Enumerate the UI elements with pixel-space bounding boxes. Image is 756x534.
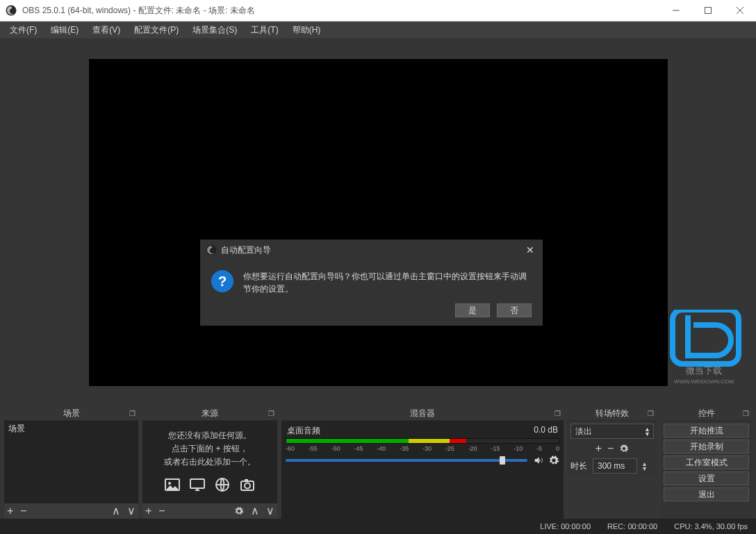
transition-select[interactable]: 淡出 ▴▾ xyxy=(570,424,654,439)
svg-point-7 xyxy=(168,482,171,485)
transitions-dock: 转场特效❐ 淡出 ▴▾ + − 时长 300 ms ▴▾ xyxy=(568,407,657,519)
mixer-dock: 混音器❐ 桌面音频 0.0 dB -60-55-50-45-40-35-30-2… xyxy=(281,407,564,519)
transitions-title: 转场特效 xyxy=(595,408,629,419)
dialog-close-button[interactable]: ✕ xyxy=(523,244,537,256)
dialog-titlebar[interactable]: 自动配置向导 ✕ xyxy=(200,240,543,260)
mixer-gear-icon[interactable] xyxy=(548,455,559,466)
mixer-channel-level: 0.0 dB xyxy=(534,425,558,437)
studio-mode-button[interactable]: 工作室模式 xyxy=(664,456,749,469)
start-stream-button[interactable]: 开始推流 xyxy=(664,424,749,437)
exit-button[interactable]: 退出 xyxy=(664,487,749,501)
menu-scene-collection[interactable]: 场景集合(S) xyxy=(186,22,244,38)
transitions-popout-icon[interactable]: ❐ xyxy=(648,410,654,417)
app-window: 文件(F) 编辑(E) 查看(V) 配置文件(P) 场景集合(S) 工具(T) … xyxy=(0,22,756,534)
scenes-add-button[interactable]: + xyxy=(7,506,13,517)
menu-help[interactable]: 帮助(H) xyxy=(286,22,328,38)
preview-canvas[interactable] xyxy=(89,59,668,386)
auto-config-dialog: 自动配置向导 ✕ ? 你想要运行自动配置向导吗？你也可以通过单击主窗口中的设置按… xyxy=(200,240,543,326)
preview-container: 自动配置向导 ✕ ? 你想要运行自动配置向导吗？你也可以通过单击主窗口中的设置按… xyxy=(0,38,756,407)
transition-gear-icon[interactable] xyxy=(619,444,629,453)
scenes-dock: 场景❐ 场景 + − ∧ ∨ xyxy=(4,407,138,519)
scenes-up-button[interactable]: ∧ xyxy=(112,506,120,517)
question-icon: ? xyxy=(211,270,233,292)
controls-dock: 控件❐ 开始推流 开始录制 工作室模式 设置 退出 xyxy=(661,407,752,519)
menu-tools[interactable]: 工具(T) xyxy=(244,22,285,38)
mixer-volume-slider[interactable] xyxy=(286,459,527,462)
scenes-toolbar: + − ∧ ∨ xyxy=(4,503,138,519)
dialog-title: 自动配置向导 xyxy=(221,244,519,256)
globe-icon xyxy=(213,476,231,493)
controls-title: 控件 xyxy=(698,408,715,419)
menubar: 文件(F) 编辑(E) 查看(V) 配置文件(P) 场景集合(S) 工具(T) … xyxy=(0,22,756,38)
chevron-up-down-icon[interactable]: ▴▾ xyxy=(643,461,646,471)
mixer-channel: 桌面音频 0.0 dB -60-55-50-45-40-35-30-25-20-… xyxy=(281,421,564,466)
obs-icon xyxy=(206,244,217,256)
dialog-no-button[interactable]: 否 xyxy=(497,303,532,317)
settings-button[interactable]: 设置 xyxy=(664,472,749,485)
camera-icon xyxy=(238,476,256,493)
svg-text:WWW.WEIDOWN.COM: WWW.WEIDOWN.COM xyxy=(674,378,734,385)
dialog-message: 你想要运行自动配置向导吗？你也可以通过单击主窗口中的设置按钮来手动调节你的设置。 xyxy=(243,270,532,295)
sources-gear-icon[interactable] xyxy=(234,506,244,516)
image-icon xyxy=(163,476,181,493)
mixer-title: 混音器 xyxy=(410,408,435,419)
maximize-button[interactable] xyxy=(692,0,724,22)
svg-rect-3 xyxy=(673,310,739,364)
scenes-remove-button[interactable]: − xyxy=(20,506,26,517)
chevron-up-down-icon: ▴▾ xyxy=(646,426,649,436)
window-title: OBS 25.0.1 (64-bit, windows) - 配置文件: 未命名… xyxy=(22,5,660,17)
titlebar: OBS 25.0.1 (64-bit, windows) - 配置文件: 未命名… xyxy=(0,0,756,22)
start-record-button[interactable]: 开始录制 xyxy=(664,440,749,453)
dialog-yes-button[interactable]: 是 xyxy=(455,303,490,317)
scenes-title: 场景 xyxy=(63,408,80,419)
menu-profile[interactable]: 配置文件(P) xyxy=(127,22,186,38)
scenes-popout-icon[interactable]: ❐ xyxy=(129,410,135,417)
mixer-channel-name: 桌面音频 xyxy=(287,425,320,437)
close-button[interactable] xyxy=(724,0,756,22)
sources-down-button[interactable]: ∨ xyxy=(266,506,274,517)
sources-empty-hint: 您还没有添加任何源。 点击下面的 + 按钮， 或者右击此处添加一个。 xyxy=(142,421,277,472)
scene-item[interactable]: 场景 xyxy=(4,421,138,437)
svg-text:微当下载: 微当下载 xyxy=(686,365,722,376)
duration-spinbox[interactable]: 300 ms xyxy=(593,458,637,474)
sources-up-button[interactable]: ∧ xyxy=(251,506,259,517)
status-cpu: CPU: 3.4%, 30.00 fps xyxy=(674,522,748,531)
sources-title: 来源 xyxy=(202,408,218,419)
status-bar: LIVE: 00:00:00 REC: 00:00:00 CPU: 3.4%, … xyxy=(0,519,756,534)
app-icon xyxy=(6,5,17,16)
speaker-icon[interactable] xyxy=(533,455,544,466)
mixer-ticks: -60-55-50-45-40-35-30-25-20-15-10-50 xyxy=(286,445,559,452)
duration-label: 时长 xyxy=(570,460,587,472)
sources-dock: 来源❐ 您还没有添加任何源。 点击下面的 + 按钮， 或者右击此处添加一个。 +… xyxy=(142,407,277,519)
controls-popout-icon[interactable]: ❐ xyxy=(743,410,749,417)
svg-point-11 xyxy=(245,483,250,488)
sources-remove-button[interactable]: − xyxy=(158,506,165,517)
display-icon xyxy=(188,476,206,493)
sources-type-icons xyxy=(142,476,277,493)
sources-list[interactable]: 您还没有添加任何源。 点击下面的 + 按钮， 或者右击此处添加一个。 xyxy=(142,421,277,503)
svg-rect-12 xyxy=(245,479,248,481)
sources-popout-icon[interactable]: ❐ xyxy=(268,410,274,417)
menu-edit[interactable]: 编辑(E) xyxy=(44,22,85,38)
svg-rect-1 xyxy=(705,8,712,14)
sources-add-button[interactable]: + xyxy=(145,506,151,517)
mixer-popout-icon[interactable]: ❐ xyxy=(554,410,561,417)
svg-rect-8 xyxy=(190,479,204,488)
transition-remove-button[interactable]: − xyxy=(607,443,614,454)
minimize-button[interactable] xyxy=(660,0,692,22)
scenes-down-button[interactable]: ∨ xyxy=(127,506,135,517)
docks-row: 场景❐ 场景 + − ∧ ∨ 来源❐ 您还没有添加任何源。 点击下面的 + 按钮… xyxy=(0,407,756,519)
mixer-meter xyxy=(286,438,559,444)
menu-view[interactable]: 查看(V) xyxy=(85,22,127,38)
status-rec: REC: 00:00:00 xyxy=(607,522,657,531)
watermark: 微当下载 WWW.WEIDOWN.COM xyxy=(659,310,749,386)
sources-toolbar: + − ∧ ∨ xyxy=(142,503,277,519)
transition-add-button[interactable]: + xyxy=(595,443,602,454)
menu-file[interactable]: 文件(F) xyxy=(3,22,44,38)
status-live: LIVE: 00:00:00 xyxy=(540,522,591,531)
